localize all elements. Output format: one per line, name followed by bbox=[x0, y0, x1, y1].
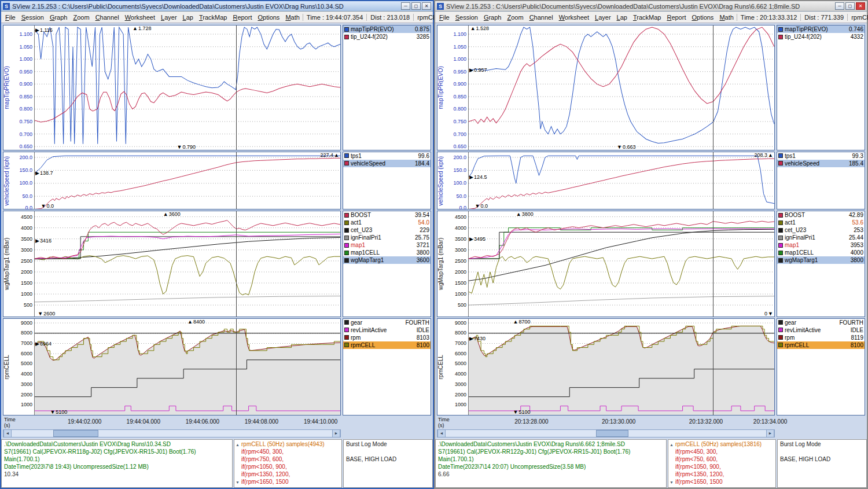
menu-lap[interactable]: Lap bbox=[180, 13, 196, 21]
menu-graph[interactable]: Graph bbox=[481, 13, 505, 21]
y-tick-label: 0.900 bbox=[453, 81, 466, 87]
legend-row[interactable]: act154.0 bbox=[343, 219, 431, 226]
plot-area[interactable]: ▲3600▼2600▶3416 bbox=[35, 211, 340, 316]
legend-row[interactable]: tps199.6 bbox=[343, 152, 431, 160]
plot-area[interactable]: ▲3800▶34950▼ bbox=[469, 211, 774, 316]
scroll-down-icon[interactable]: ▼ bbox=[236, 479, 240, 486]
legend-row[interactable]: rpmCELL8100 bbox=[777, 341, 865, 349]
menu-session[interactable]: Session bbox=[453, 13, 481, 21]
trace-tip bbox=[35, 84, 340, 122]
minimize-button[interactable]: ─ bbox=[835, 2, 844, 10]
horizontal-scrollbar[interactable]: ◄► bbox=[437, 429, 775, 437]
menu-zoom[interactable]: Zoom bbox=[70, 13, 92, 21]
legend-row[interactable]: revLimitActiveIDLE bbox=[777, 326, 865, 334]
legend-row[interactable]: ignFinalPri125.75 bbox=[343, 234, 431, 241]
legend-row[interactable]: tps199.3 bbox=[777, 152, 865, 160]
legend-row[interactable]: revLimitActiveIDLE bbox=[343, 326, 431, 334]
title-bar[interactable]: SSView 2.15.253 : C:\Users\Public\Docume… bbox=[1, 1, 433, 12]
y-tick-label: 1500 bbox=[455, 280, 466, 286]
legend-row[interactable]: mapTipPR(EVO)0.746 bbox=[777, 25, 865, 33]
menu-trackmap[interactable]: TrackMap bbox=[630, 13, 664, 21]
minimize-button[interactable]: ─ bbox=[401, 2, 410, 10]
horizontal-scrollbar[interactable]: ◄► bbox=[3, 429, 341, 437]
legend-row[interactable]: vehicleSpeed184.4 bbox=[343, 160, 431, 167]
menu-options[interactable]: Options bbox=[255, 13, 282, 21]
scroll-left-arrow[interactable]: ◄ bbox=[437, 430, 446, 437]
scroll-left-arrow[interactable]: ◄ bbox=[3, 430, 12, 437]
menu-file[interactable]: File bbox=[2, 13, 19, 21]
plot-area[interactable]: ▼0.0▶138.7227.4▲ bbox=[35, 152, 340, 209]
legend-row[interactable]: BOOST42.89 bbox=[777, 211, 865, 219]
y-tick-label: 0.750 bbox=[453, 119, 466, 124]
legend-row[interactable]: gearFOURTH bbox=[343, 319, 431, 326]
scroll-up-icon[interactable]: ▲ bbox=[670, 441, 674, 448]
legend-row[interactable]: tip_U24-f(202)4332 bbox=[777, 33, 865, 41]
timeline-cursor[interactable] bbox=[713, 25, 713, 150]
menu-channel[interactable]: Channel bbox=[93, 13, 122, 21]
legend-row[interactable]: map13953 bbox=[777, 241, 865, 249]
menu-math[interactable]: Math bbox=[716, 13, 736, 21]
timeline-cursor[interactable] bbox=[713, 211, 713, 316]
sview-window-right: SSView 2.15.253 : C:\Users\Public\Docume… bbox=[434, 0, 868, 489]
legend-row[interactable]: mapTipPR(EVO)0.875 bbox=[343, 25, 431, 33]
timeline-cursor[interactable] bbox=[236, 319, 237, 415]
legend-row[interactable]: cet_U23229 bbox=[343, 226, 431, 234]
timeline-cursor[interactable] bbox=[713, 319, 713, 415]
maximize-button[interactable]: ◻ bbox=[845, 2, 855, 10]
legend-row[interactable]: map1CELL3800 bbox=[343, 249, 431, 256]
legend-row[interactable]: map13721 bbox=[343, 241, 431, 249]
close-button[interactable]: ✕ bbox=[856, 2, 865, 10]
plot-area[interactable]: ▲1.528▼0.663▶0.957 bbox=[469, 25, 774, 150]
title-bar[interactable]: SSView 2.15.253 : C:\Users\Public\Docume… bbox=[435, 1, 867, 12]
maximize-button[interactable]: ◻ bbox=[411, 2, 421, 10]
channel-value: 42.89 bbox=[849, 212, 863, 218]
plot-area[interactable]: ▼0.0▶124.5208.3▲ bbox=[469, 152, 774, 209]
menu-report[interactable]: Report bbox=[664, 13, 689, 21]
legend-row[interactable]: rpmCELL8100 bbox=[343, 341, 431, 349]
legend-row[interactable]: BOOST39.54 bbox=[343, 211, 431, 219]
timeline-cursor[interactable] bbox=[236, 152, 237, 209]
close-button[interactable]: ✕ bbox=[422, 2, 431, 10]
timeline-cursor[interactable] bbox=[236, 211, 237, 316]
timeline-cursor[interactable] bbox=[713, 152, 713, 209]
menu-zoom[interactable]: Zoom bbox=[504, 13, 526, 21]
legend-row[interactable]: rpm8119 bbox=[777, 334, 865, 341]
menu-graph[interactable]: Graph bbox=[47, 13, 71, 21]
menu-math[interactable]: Math bbox=[282, 13, 302, 21]
plot-area[interactable]: ▲8400▼5100▶6964 bbox=[35, 319, 340, 415]
legend-row[interactable]: vehicleSpeed185.4 bbox=[777, 160, 865, 167]
scrollbar-track[interactable] bbox=[446, 430, 766, 437]
plot-area[interactable]: ▲8700▼5100▶7430 bbox=[469, 319, 774, 415]
menu-trackmap[interactable]: TrackMap bbox=[196, 13, 230, 21]
chart-panel-1: mapTipPR(EVO)1.1001.0501.0000.9500.9000.… bbox=[437, 25, 775, 150]
menu-session[interactable]: Session bbox=[19, 13, 47, 21]
legend-row[interactable]: cet_U23253 bbox=[777, 226, 865, 234]
menu-channel[interactable]: Channel bbox=[527, 13, 556, 21]
legend-row[interactable]: ignFinalPri125.44 bbox=[777, 234, 865, 241]
legend-row[interactable]: wgMapTarg13600 bbox=[343, 256, 431, 264]
legend-row[interactable]: rpm8103 bbox=[343, 334, 431, 341]
menu-report[interactable]: Report bbox=[230, 13, 255, 21]
legend-row[interactable]: map1CELL4000 bbox=[777, 249, 865, 256]
scroll-down-icon[interactable]: ▼ bbox=[670, 479, 674, 486]
legend-row[interactable]: gearFOURTH bbox=[777, 319, 865, 326]
menu-layer[interactable]: Layer bbox=[158, 13, 180, 21]
menu-layer[interactable]: Layer bbox=[592, 13, 614, 21]
scrollbar-thumb[interactable] bbox=[596, 430, 628, 437]
plot-area[interactable]: ▲1.728▼0.790▶1.116 bbox=[35, 25, 340, 150]
menu-file[interactable]: File bbox=[436, 13, 453, 21]
menu-options[interactable]: Options bbox=[689, 13, 716, 21]
menu-lap[interactable]: Lap bbox=[614, 13, 630, 21]
channel-name: revLimitActive bbox=[785, 327, 849, 333]
legend-row[interactable]: wgMapTarg13800 bbox=[777, 256, 865, 264]
legend-row[interactable]: act153.6 bbox=[777, 219, 865, 226]
legend-row[interactable]: tip_U24-f(202)3285 bbox=[343, 33, 431, 41]
scroll-right-arrow[interactable]: ► bbox=[766, 430, 774, 437]
menu-worksheet[interactable]: Worksheet bbox=[122, 13, 158, 21]
menu-worksheet[interactable]: Worksheet bbox=[556, 13, 592, 21]
scroll-up-icon[interactable]: ▲ bbox=[236, 441, 240, 448]
scroll-right-arrow[interactable]: ► bbox=[332, 430, 340, 437]
scrollbar-thumb[interactable] bbox=[53, 430, 98, 437]
scrollbar-track[interactable] bbox=[12, 430, 332, 437]
timeline-cursor[interactable] bbox=[236, 25, 237, 150]
